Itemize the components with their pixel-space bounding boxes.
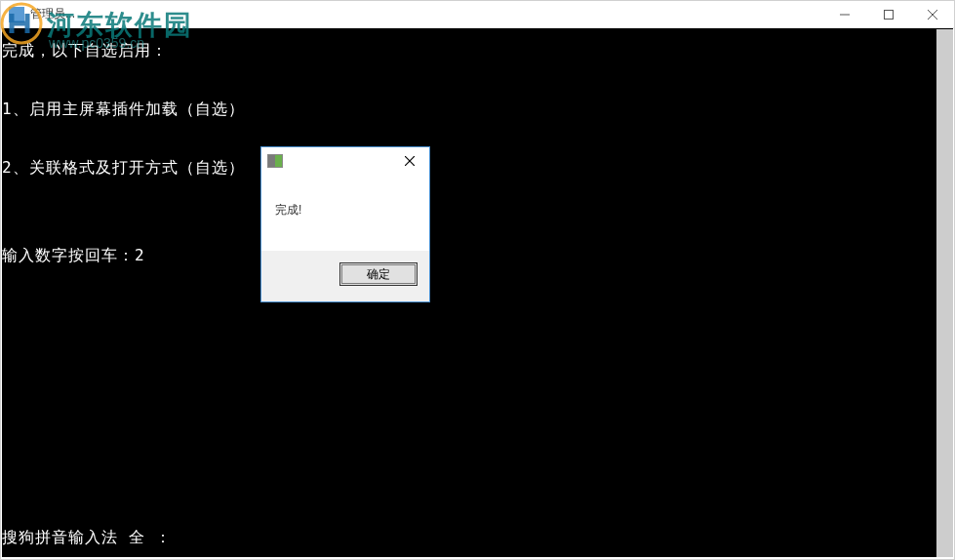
dialog-footer: 确定 <box>261 251 429 298</box>
title-left: 管理员... <box>1 6 75 22</box>
dialog-body: 完成! 确定 <box>261 175 429 301</box>
console-line <box>2 65 953 95</box>
cmd-icon <box>9 7 24 22</box>
window-controls <box>822 1 954 27</box>
maximize-button[interactable] <box>866 1 910 28</box>
main-window: 管理员... 完成，以下自选启用： 1、启用主屏幕插件加载（自选） 2、关联格式… <box>0 0 955 560</box>
console-line: 完成，以下自选启用： <box>2 36 953 65</box>
console-line <box>2 212 953 241</box>
title-bar: 管理员... <box>1 1 954 28</box>
vertical-scrollbar[interactable] <box>936 29 953 557</box>
window-title: 管理员... <box>30 6 75 22</box>
dialog-titlebar[interactable] <box>261 147 429 175</box>
svg-rect-1 <box>884 11 893 20</box>
dialog-icon <box>267 154 283 168</box>
console-line: 输入数字按回车：2 <box>2 241 953 270</box>
minimize-button[interactable] <box>822 1 866 28</box>
message-dialog: 完成! 确定 <box>260 146 430 302</box>
console-line <box>2 124 953 153</box>
dialog-close-button[interactable] <box>390 147 429 175</box>
ok-button[interactable]: 确定 <box>339 262 418 286</box>
dialog-message: 完成! <box>261 175 429 251</box>
close-button[interactable] <box>910 1 954 28</box>
scrollbar-thumb[interactable] <box>936 29 953 557</box>
console-line: 1、启用主屏幕插件加载（自选） <box>2 95 953 124</box>
console-line <box>2 182 953 212</box>
ime-status: 搜狗拼音输入法 全 ： <box>2 523 172 552</box>
console-area[interactable]: 完成，以下自选启用： 1、启用主屏幕插件加载（自选） 2、关联格式及打开方式（自… <box>2 28 953 557</box>
console-line: 2、关联格式及打开方式（自选） <box>2 153 953 182</box>
